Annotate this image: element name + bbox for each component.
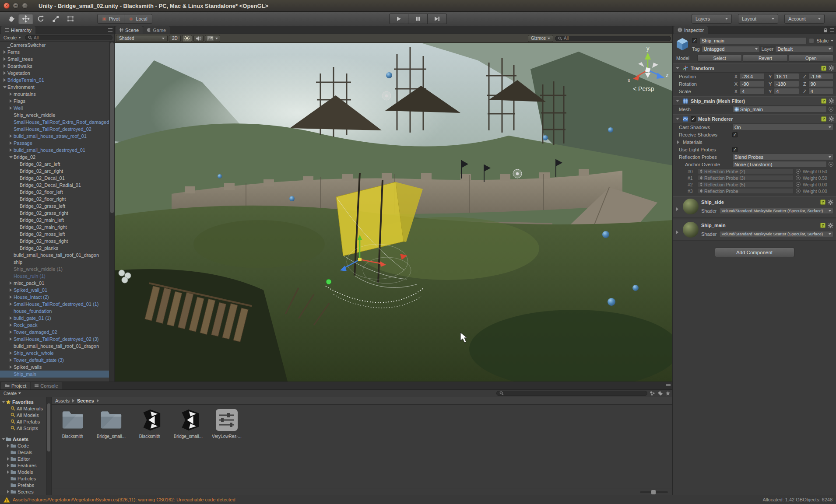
asset-item[interactable]: Bridge_small... — [172, 407, 205, 439]
tag-dropdown[interactable]: Untagged — [702, 46, 760, 52]
help-book-icon[interactable]: ? — [820, 200, 825, 205]
hierarchy-item[interactable]: Bridge_02_main_right — [0, 224, 109, 231]
model-revert-button[interactable]: Revert — [743, 55, 787, 62]
hierarchy-item[interactable]: build_small_house_straw_roof_01 — [0, 133, 109, 140]
model-select-button[interactable]: Select — [697, 55, 742, 62]
hierarchy-item[interactable]: build_small_house_tall_roof_01_dragon — [0, 343, 109, 350]
tree-folder-code[interactable]: Code — [0, 442, 46, 449]
tab-hierarchy[interactable]: Hierarchy — [1, 26, 35, 34]
probe-object-field[interactable]: Reflection Probe (5) — [698, 182, 794, 187]
help-book-icon[interactable]: ? — [821, 66, 826, 71]
toolbar-dropdown-layers[interactable]: Layers — [692, 14, 732, 24]
project-search-input[interactable] — [496, 391, 647, 396]
shader-dropdown[interactable]: Volund/Standard MaskyMix Scatter (Specul… — [719, 231, 833, 237]
hierarchy-item[interactable]: SmallHouse_TallRoof_Extra_Roof_damaged — [0, 119, 109, 126]
hierarchy-item[interactable]: Ship_main — [0, 371, 109, 378]
foldout-arrow-icon[interactable] — [6, 490, 11, 494]
tree-favorites[interactable]: Favorites — [0, 399, 46, 405]
pivot-toggle-button[interactable]: Pivot — [97, 14, 124, 24]
hierarchy-item[interactable]: Vegetation — [0, 70, 109, 77]
hierarchy-item[interactable]: Bridge_02_grass_right — [0, 210, 109, 217]
transform-value-field[interactable]: 90 — [808, 80, 833, 87]
foldout-arrow-icon[interactable] — [674, 100, 680, 102]
breadcrumb-segment[interactable]: Scenes — [77, 398, 94, 403]
foldout-arrow-icon[interactable] — [2, 57, 7, 61]
hierarchy-item[interactable]: ship — [0, 259, 109, 266]
foldout-arrow-icon[interactable] — [1, 401, 6, 403]
foldout-arrow-icon[interactable] — [8, 295, 14, 299]
tree-folder-decals[interactable]: Decals — [0, 449, 46, 455]
foldout-arrow-icon[interactable] — [6, 464, 11, 467]
anchor-override-field[interactable]: None (Transform) — [732, 161, 827, 168]
hierarchy-item[interactable]: misc_pack_01 — [0, 280, 109, 287]
hierarchy-item[interactable]: Small_trees — [0, 56, 109, 63]
scale-tool-button[interactable] — [48, 14, 63, 24]
project-create-button[interactable]: Create — [2, 390, 23, 396]
hierarchy-item[interactable]: SmallHouse_TallRoof_destroyed_02 (3) — [0, 336, 109, 343]
tree-favorite-item[interactable]: All Models — [0, 412, 46, 418]
play-button[interactable] — [389, 14, 408, 24]
add-component-button[interactable]: Add Component — [715, 248, 794, 257]
persp-label[interactable]: < Persp — [633, 85, 654, 92]
object-picker-icon[interactable] — [796, 169, 801, 174]
rotate-tool-button[interactable] — [33, 14, 48, 24]
hierarchy-item[interactable]: house_foundation — [0, 308, 109, 315]
object-name-field[interactable]: Ship_main — [699, 37, 807, 44]
foldout-arrow-icon[interactable] — [8, 288, 14, 292]
transform-value-field[interactable]: 4 — [774, 88, 799, 94]
tab-scene[interactable]: Scene — [116, 26, 143, 34]
gear-icon[interactable] — [828, 200, 833, 205]
static-checkbox[interactable] — [809, 38, 814, 43]
foldout-arrow-icon[interactable] — [8, 281, 14, 285]
tree-folder-particles[interactable]: Particles — [0, 475, 46, 482]
transform-value-field[interactable]: 4 — [740, 88, 765, 94]
hierarchy-search-input[interactable]: All — [25, 35, 112, 40]
foldout-arrow-icon[interactable] — [8, 337, 14, 341]
asset-item[interactable]: VeryLowRes-... — [210, 407, 243, 439]
foldout-arrow-icon[interactable] — [8, 351, 14, 355]
hierarchy-item[interactable]: House_ruin (1) — [0, 273, 109, 280]
transform-value-field[interactable]: -180 — [774, 80, 799, 87]
cast-shadows-dropdown[interactable]: On — [732, 124, 833, 130]
tree-folder-scenes[interactable]: Scenes — [0, 488, 46, 495]
hierarchy-item[interactable]: Bridge_02 — [0, 154, 109, 161]
shader-dropdown[interactable]: Volund/Standard MaskyMix Scatter (Specul… — [719, 208, 833, 214]
help-book-icon[interactable]: ? — [821, 98, 826, 104]
renderer-enabled-checkbox[interactable]: ✓ — [691, 116, 696, 122]
foldout-arrow-icon[interactable] — [2, 71, 7, 75]
help-book-icon[interactable]: ? — [820, 223, 825, 228]
tree-folder-editor[interactable]: Editor — [0, 455, 46, 462]
thumbnail-zoom-slider[interactable] — [640, 491, 668, 493]
window-maximize-button[interactable]: ▫ — [22, 3, 28, 9]
tab-console[interactable]: Console — [31, 382, 62, 389]
status-message[interactable]: Assets/Features/Vegetation/VegetationSys… — [13, 497, 235, 502]
rect-tool-button[interactable] — [63, 14, 78, 24]
foldout-arrow-icon[interactable] — [8, 148, 14, 152]
use-light-probes-checkbox[interactable]: ✓ — [732, 147, 738, 152]
project-tree-scrollbar[interactable] — [46, 397, 52, 495]
asset-item[interactable]: Blacksmith — [133, 407, 166, 439]
scene-viewport[interactable]: y z x < Persp — [115, 43, 672, 382]
mesh-object-field[interactable]: Ship_main — [732, 106, 827, 112]
object-picker-icon[interactable] — [829, 162, 833, 167]
tree-favorite-item[interactable]: All Scripts — [0, 425, 46, 431]
step-button[interactable] — [428, 14, 447, 24]
foldout-arrow-icon[interactable] — [8, 92, 14, 96]
layer-dropdown[interactable]: Default — [775, 46, 833, 52]
hierarchy-scrollbar[interactable] — [109, 42, 114, 382]
window-close-button[interactable]: × — [4, 3, 10, 9]
transform-value-field[interactable]: 4 — [808, 88, 833, 94]
hierarchy-item[interactable]: Bridge_02_Decal_Radial_01 — [0, 182, 109, 189]
foldout-arrow-icon[interactable] — [8, 134, 14, 138]
scene-audio-button[interactable] — [193, 35, 204, 42]
hierarchy-item[interactable]: Boardwalks — [0, 63, 109, 70]
pause-button[interactable] — [408, 14, 428, 24]
asset-item[interactable]: Blacksmith — [56, 407, 89, 439]
hierarchy-item[interactable]: Spiked_wall_01 — [0, 287, 109, 294]
foldout-arrow-icon[interactable] — [2, 64, 7, 68]
hierarchy-item[interactable]: House_intact (2) — [0, 294, 109, 301]
tab-game[interactable]: Game — [143, 26, 170, 34]
hierarchy-item[interactable]: mountains — [0, 91, 109, 98]
hierarchy-item[interactable]: Flags — [0, 98, 109, 105]
foldout-arrow-icon[interactable] — [674, 67, 680, 69]
